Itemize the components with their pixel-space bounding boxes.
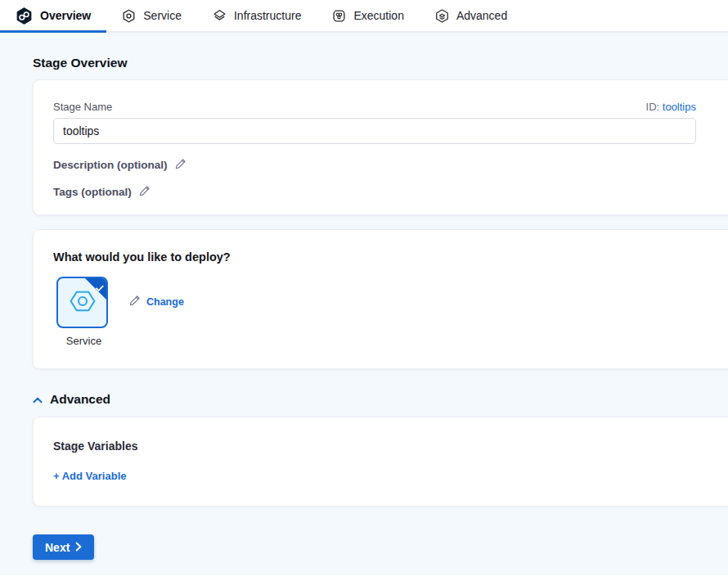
description-edit-row[interactable]: Description (optional) [53,158,696,172]
stage-tab-bar: Overview Service Infrastructure [0,0,728,33]
edit-pencil-icon[interactable] [139,185,151,199]
deploy-type-label: Service [56,335,111,347]
execution-steps-icon [332,9,346,23]
chevron-right-icon [75,541,82,554]
change-deploy-type-link[interactable]: Change [129,295,184,309]
advanced-section-title: Advanced [50,392,110,407]
tab-infrastructure[interactable]: Infrastructure [197,0,317,31]
add-variable-link[interactable]: + Add Variable [53,470,126,482]
stage-name-label: Stage Name [53,101,112,113]
deploy-type-tile-service[interactable] [56,277,108,328]
infrastructure-layers-icon [213,9,227,23]
check-icon [96,281,104,295]
description-label: Description (optional) [53,159,168,171]
tab-infrastructure-label: Infrastructure [234,9,301,22]
advanced-layers-icon [435,9,449,23]
tab-execution[interactable]: Execution [317,0,419,31]
service-hexagon-icon [122,9,136,23]
pipeline-icon [16,7,33,25]
advanced-section-toggle[interactable]: Advanced [33,392,728,407]
tab-service[interactable]: Service [106,0,197,31]
next-button[interactable]: Next [33,534,94,560]
edit-pencil-icon[interactable] [175,158,186,172]
stage-id-value-link[interactable]: tooltips [663,101,696,113]
stage-id: ID: tooltips [646,101,696,113]
tab-overview-label: Overview [40,9,91,22]
change-link-label: Change [146,296,184,308]
stage-details-card: Stage Name ID: tooltips Description (opt… [33,79,728,215]
edit-pencil-icon [129,295,141,309]
tab-execution-label: Execution [353,9,403,22]
stage-variables-title: Stage Variables [53,440,728,453]
tab-overview[interactable]: Overview [0,0,106,31]
tags-label: Tags (optional) [53,186,132,198]
stage-id-label: ID: [646,101,660,113]
page-title: Stage Overview [33,33,728,70]
deploy-type-card: What would you like to deploy? [33,229,728,369]
tags-edit-row[interactable]: Tags (optional) [53,185,696,199]
stage-overview-panel: Stage Overview Stage Name ID: tooltips D… [0,33,728,575]
next-button-label: Next [45,541,70,554]
tab-advanced-label: Advanced [456,9,507,22]
tab-advanced[interactable]: Advanced [420,0,523,31]
stage-variables-card: Stage Variables + Add Variable [33,417,728,507]
chevron-up-icon [33,392,43,407]
tab-service-label: Service [143,9,182,22]
stage-name-input[interactable] [53,118,696,144]
deploy-question: What would you like to deploy? [53,250,728,264]
